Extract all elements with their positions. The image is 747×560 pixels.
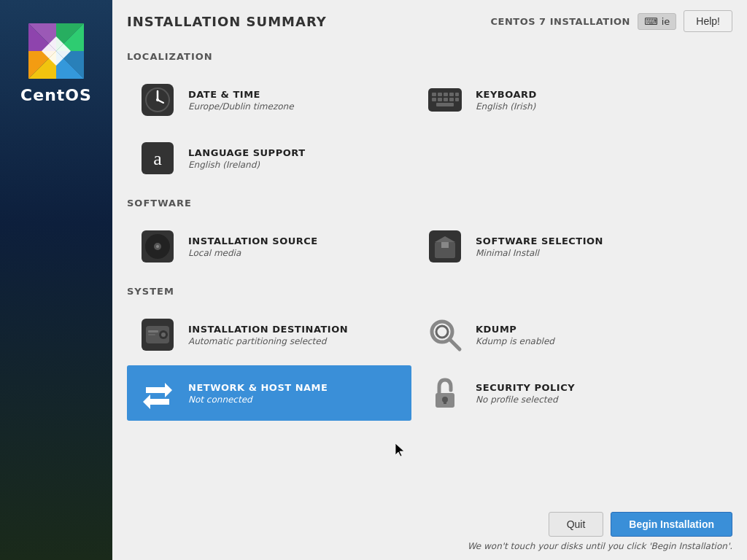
security-policy-icon bbox=[425, 373, 465, 413]
svg-rect-24 bbox=[432, 98, 436, 101]
footer-buttons: Quit Begin Installation bbox=[549, 512, 732, 537]
svg-point-17 bbox=[156, 98, 159, 101]
kdump-text: KDUMP Kdump is enabled bbox=[476, 324, 554, 346]
security-policy-text: SECURITY POLICY No profile selected bbox=[476, 382, 575, 405]
installation-source-subtitle: Local media bbox=[188, 248, 318, 258]
date-time-icon bbox=[137, 79, 178, 120]
brand-label: CentOS bbox=[20, 86, 92, 104]
section-system-label: SYSTEM bbox=[127, 286, 732, 300]
svg-rect-29 bbox=[436, 103, 454, 106]
svg-rect-21 bbox=[444, 93, 448, 96]
software-selection-subtitle: Minimal Install bbox=[476, 248, 603, 258]
security-policy-subtitle: No profile selected bbox=[476, 394, 575, 405]
begin-installation-button[interactable]: Begin Installation bbox=[611, 512, 732, 537]
date-time-title: DATE & TIME bbox=[188, 89, 294, 100]
sidebar: CentOS bbox=[0, 0, 112, 560]
keyboard-item-icon bbox=[425, 79, 465, 120]
svg-rect-20 bbox=[438, 93, 442, 96]
svg-point-35 bbox=[156, 245, 159, 248]
installation-destination-title: INSTALLATION DESTINATION bbox=[188, 324, 348, 335]
installation-source-icon bbox=[137, 226, 178, 267]
kdump-icon bbox=[425, 314, 465, 355]
help-button[interactable]: Help! bbox=[684, 10, 732, 32]
network-hostname-card[interactable]: NETWORK & HOST NAME Not connected bbox=[127, 365, 411, 421]
security-policy-title: SECURITY POLICY bbox=[476, 382, 575, 393]
svg-rect-28 bbox=[455, 98, 459, 101]
svg-rect-23 bbox=[455, 93, 459, 96]
network-hostname-subtitle: Not connected bbox=[188, 394, 328, 405]
main-content: INSTALLATION SUMMARY CENTOS 7 INSTALLATI… bbox=[112, 0, 747, 560]
network-hostname-title: NETWORK & HOST NAME bbox=[188, 382, 328, 393]
keyboard-indicator: ⌨ ie bbox=[638, 13, 676, 30]
date-time-subtitle: Europe/Dublin timezone bbox=[188, 101, 294, 112]
network-hostname-icon bbox=[137, 373, 178, 413]
date-time-text: DATE & TIME Europe/Dublin timezone bbox=[188, 89, 294, 112]
svg-rect-39 bbox=[441, 242, 449, 248]
centos-version-label: CENTOS 7 INSTALLATION bbox=[490, 16, 630, 27]
installation-destination-text: INSTALLATION DESTINATION Automatic parti… bbox=[188, 324, 348, 346]
svg-rect-25 bbox=[438, 98, 442, 101]
keyboard-text: KEYBOARD English (Irish) bbox=[476, 89, 537, 112]
header-right: CENTOS 7 INSTALLATION ⌨ ie Help! bbox=[490, 10, 732, 32]
keyboard-subtitle: English (Irish) bbox=[476, 101, 537, 112]
language-support-icon: a bbox=[137, 138, 178, 179]
svg-rect-51 bbox=[444, 400, 446, 404]
footer: Quit Begin Installation We won't touch y… bbox=[112, 503, 747, 560]
system-grid: INSTALLATION DESTINATION Automatic parti… bbox=[127, 307, 732, 421]
installation-source-title: INSTALLATION SOURCE bbox=[188, 236, 318, 246]
installation-source-card[interactable]: INSTALLATION SOURCE Local media bbox=[127, 219, 411, 274]
svg-rect-45 bbox=[148, 334, 155, 335]
section-software-label: SOFTWARE bbox=[127, 198, 732, 211]
disclaimer-text: We won't touch your disks until you clic… bbox=[468, 541, 732, 551]
software-selection-title: SOFTWARE SELECTION bbox=[476, 236, 603, 246]
language-support-subtitle: English (Ireland) bbox=[188, 160, 306, 170]
keyboard-title: KEYBOARD bbox=[476, 89, 537, 100]
page-title: INSTALLATION SUMMARY bbox=[127, 14, 327, 29]
svg-rect-44 bbox=[148, 330, 158, 332]
localization-grid: DATE & TIME Europe/Dublin timezone bbox=[127, 72, 732, 186]
software-selection-text: SOFTWARE SELECTION Minimal Install bbox=[476, 236, 603, 258]
svg-rect-27 bbox=[449, 98, 454, 101]
software-selection-icon bbox=[425, 226, 465, 267]
svg-line-47 bbox=[449, 339, 460, 349]
software-grid: INSTALLATION SOURCE Local media SOF bbox=[127, 219, 732, 274]
kdump-card[interactable]: KDUMP Kdump is enabled bbox=[414, 307, 699, 362]
installation-destination-subtitle: Automatic partitioning selected bbox=[188, 336, 348, 346]
network-hostname-text: NETWORK & HOST NAME Not connected bbox=[188, 382, 328, 405]
language-support-title: LANGUAGE SUPPORT bbox=[188, 147, 306, 158]
section-localization-label: LOCALIZATION bbox=[127, 51, 732, 65]
svg-point-48 bbox=[436, 326, 448, 338]
kdump-title: KDUMP bbox=[476, 324, 554, 335]
keyboard-lang: ie bbox=[662, 16, 670, 27]
svg-text:a: a bbox=[153, 148, 162, 169]
svg-rect-19 bbox=[432, 93, 436, 96]
installation-destination-icon bbox=[137, 314, 178, 355]
centos-logo bbox=[27, 22, 85, 80]
svg-point-43 bbox=[161, 332, 166, 337]
header: INSTALLATION SUMMARY CENTOS 7 INSTALLATI… bbox=[112, 0, 747, 39]
installation-destination-card[interactable]: INSTALLATION DESTINATION Automatic parti… bbox=[127, 307, 411, 362]
language-support-text: LANGUAGE SUPPORT English (Ireland) bbox=[188, 147, 306, 170]
content-area: LOCALIZATION DATE & TIME bbox=[112, 39, 747, 503]
installation-source-text: INSTALLATION SOURCE Local media bbox=[188, 236, 318, 258]
date-time-card[interactable]: DATE & TIME Europe/Dublin timezone bbox=[127, 72, 411, 128]
security-policy-card[interactable]: SECURITY POLICY No profile selected bbox=[414, 365, 699, 421]
keyboard-card[interactable]: KEYBOARD English (Irish) bbox=[414, 72, 699, 128]
software-selection-card[interactable]: SOFTWARE SELECTION Minimal Install bbox=[414, 219, 699, 274]
svg-rect-26 bbox=[444, 98, 448, 101]
keyboard-icon: ⌨ bbox=[644, 16, 658, 27]
svg-rect-22 bbox=[449, 93, 454, 96]
language-support-card[interactable]: a LANGUAGE SUPPORT English (Ireland) bbox=[127, 131, 411, 186]
kdump-subtitle: Kdump is enabled bbox=[476, 336, 554, 346]
quit-button[interactable]: Quit bbox=[549, 512, 604, 537]
